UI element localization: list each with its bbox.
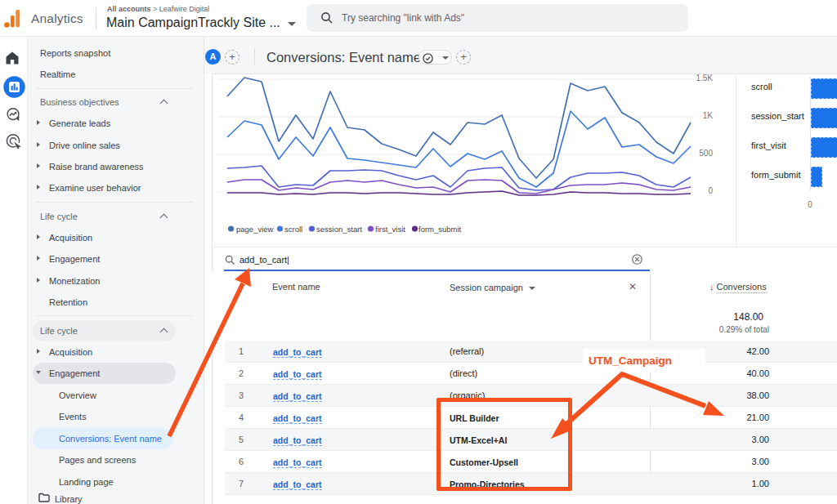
svg-text:500: 500 xyxy=(699,149,713,158)
svg-text:first_visit: first_visit xyxy=(751,140,786,150)
svg-text:session_start: session_start xyxy=(316,225,362,234)
svg-text:0: 0 xyxy=(708,186,713,195)
svg-text:scroll: scroll xyxy=(751,82,772,91)
svg-text:page_view: page_view xyxy=(236,225,274,234)
svg-text:form_submit: form_submit xyxy=(418,225,462,234)
svg-text:form_submit: form_submit xyxy=(751,170,801,180)
svg-text:1K: 1K xyxy=(703,111,714,120)
svg-text:session_start: session_start xyxy=(751,111,804,121)
svg-text:first_visit: first_visit xyxy=(375,225,405,234)
svg-text:0: 0 xyxy=(808,200,812,209)
svg-text:scroll: scroll xyxy=(284,225,302,234)
svg-text:1.5K: 1.5K xyxy=(696,74,713,83)
